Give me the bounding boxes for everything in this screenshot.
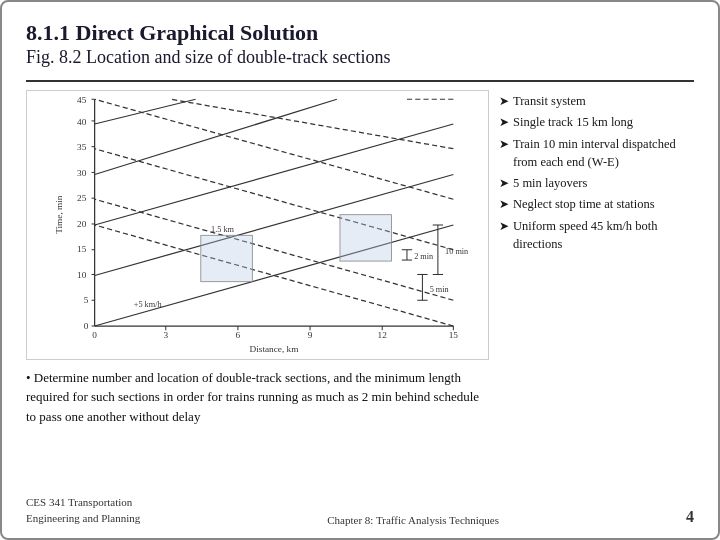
bullet-arrow-1: ➤ bbox=[499, 93, 509, 110]
sub-title: Fig. 8.2 Location and size of double-tra… bbox=[26, 46, 694, 69]
bullet-arrow-2: ➤ bbox=[499, 114, 509, 131]
bullet-text-2: Single track 15 km long bbox=[513, 113, 633, 131]
slide-container: 8.1.1 Direct Graphical Solution Fig. 8.2… bbox=[0, 0, 720, 540]
svg-line-38 bbox=[95, 99, 337, 174]
svg-line-40 bbox=[95, 199, 454, 300]
bullet-item-5: ➤ Neglect stop time at stations bbox=[499, 195, 694, 213]
bullet-arrow-5: ➤ bbox=[499, 196, 509, 213]
graph-container: 0 5 10 15 20 25 bbox=[26, 90, 489, 360]
divider bbox=[26, 80, 694, 82]
svg-text:20: 20 bbox=[77, 219, 87, 229]
bullet-item-4: ➤ 5 min layovers bbox=[499, 174, 694, 192]
footer: CES 341 Transportation Engineering and P… bbox=[26, 495, 694, 526]
svg-text:6: 6 bbox=[236, 330, 241, 340]
bullet-arrow-3: ➤ bbox=[499, 136, 509, 153]
svg-text:9: 9 bbox=[308, 330, 313, 340]
bullet-item-2: ➤ Single track 15 km long bbox=[499, 113, 694, 131]
svg-rect-46 bbox=[201, 235, 253, 281]
svg-line-42 bbox=[95, 99, 454, 199]
svg-text:1.5 km: 1.5 km bbox=[211, 225, 234, 234]
svg-text:0: 0 bbox=[92, 330, 97, 340]
bullet-arrow-4: ➤ bbox=[499, 175, 509, 192]
description-text: • Determine number and location of doubl… bbox=[26, 368, 489, 427]
svg-text:25: 25 bbox=[77, 193, 87, 203]
svg-text:15: 15 bbox=[77, 244, 87, 254]
svg-text:3: 3 bbox=[163, 330, 168, 340]
svg-text:Time, min: Time, min bbox=[54, 195, 64, 234]
svg-text:12: 12 bbox=[378, 330, 388, 340]
bullet-arrow-6: ➤ bbox=[499, 218, 509, 235]
svg-text:35: 35 bbox=[77, 142, 87, 152]
bullet-item-1: ➤ Transit system bbox=[499, 92, 694, 110]
bullet-text-6: Uniform speed 45 km/h both directions bbox=[513, 217, 694, 253]
svg-line-36 bbox=[95, 174, 454, 275]
svg-text:40: 40 bbox=[77, 117, 87, 127]
footer-left-line2: Engineering and Planning bbox=[26, 511, 140, 526]
svg-text:Distance, km: Distance, km bbox=[250, 344, 300, 354]
svg-text:10: 10 bbox=[77, 269, 87, 279]
svg-text:+5 km/h: +5 km/h bbox=[134, 300, 163, 309]
footer-left-line1: CES 341 Transportation bbox=[26, 495, 140, 510]
footer-page: 4 bbox=[686, 508, 694, 526]
svg-line-41 bbox=[95, 149, 454, 250]
svg-text:30: 30 bbox=[77, 167, 87, 177]
main-title: 8.1.1 Direct Graphical Solution bbox=[26, 20, 694, 46]
svg-text:5: 5 bbox=[84, 295, 89, 305]
bullet-item-3: ➤ Train 10 min interval dispatched from … bbox=[499, 135, 694, 171]
content-area: 0 5 10 15 20 25 bbox=[26, 90, 694, 489]
svg-text:2 min: 2 min bbox=[414, 252, 433, 261]
svg-text:45: 45 bbox=[77, 95, 87, 105]
title-block: 8.1.1 Direct Graphical Solution Fig. 8.2… bbox=[26, 20, 694, 70]
svg-line-37 bbox=[95, 124, 454, 225]
left-panel: 0 5 10 15 20 25 bbox=[26, 90, 489, 489]
svg-rect-47 bbox=[340, 214, 392, 260]
bullet-item-6: ➤ Uniform speed 45 km/h both directions bbox=[499, 217, 694, 253]
bullet-text-4: 5 min layovers bbox=[513, 174, 587, 192]
graph-svg: 0 5 10 15 20 25 bbox=[27, 91, 488, 359]
right-panel: ➤ Transit system ➤ Single track 15 km lo… bbox=[499, 90, 694, 489]
bullet-text-5: Neglect stop time at stations bbox=[513, 195, 655, 213]
footer-left: CES 341 Transportation Engineering and P… bbox=[26, 495, 140, 526]
bullet-text-1: Transit system bbox=[513, 92, 586, 110]
svg-text:15: 15 bbox=[449, 330, 459, 340]
bullet-text-3: Train 10 min interval dispatched from ea… bbox=[513, 135, 694, 171]
footer-center: Chapter 8: Traffic Analysis Techniques bbox=[327, 514, 499, 526]
svg-text:10 min: 10 min bbox=[445, 247, 468, 256]
svg-text:0: 0 bbox=[84, 321, 89, 331]
svg-text:5 min: 5 min bbox=[430, 285, 449, 294]
